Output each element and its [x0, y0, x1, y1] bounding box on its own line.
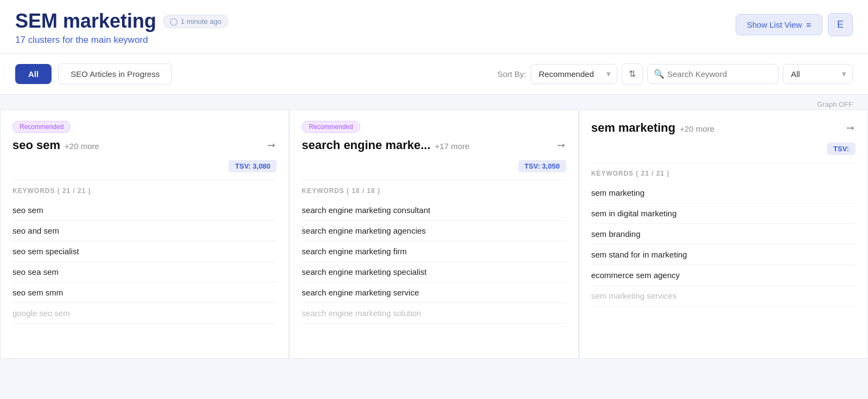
clock-icon: ◯	[170, 17, 178, 25]
header-left: SEM marketing ◯ 1 minute ago 17 clusters…	[15, 10, 228, 46]
sort-order-icon: ⇅	[629, 69, 636, 79]
page-header: SEM marketing ◯ 1 minute ago 17 clusters…	[0, 0, 868, 54]
keywords-list: seo semseo and semseo sem specialistseo …	[12, 200, 277, 324]
graph-off-row: Graph OFF	[0, 95, 868, 110]
keyword-item: seo and sem	[12, 221, 277, 241]
keyword-item: search engine marketing firm	[302, 241, 566, 262]
keyword-item: sem marketing	[591, 183, 856, 203]
show-list-view-button[interactable]: Show List View ≡	[736, 14, 822, 35]
keyword-item: sem stand for in marketing	[591, 244, 856, 265]
header-right: Show List View ≡ E	[736, 13, 853, 36]
card-title-more: +17 more	[435, 141, 470, 151]
card-title-more: +20 more	[65, 141, 99, 151]
expand-icon[interactable]: ➙	[556, 138, 566, 152]
tsv-badge: TSV: 3,050	[518, 160, 566, 172]
keyword-item: ecommerce sem agency	[591, 265, 856, 286]
card-title-row: sem marketing +20 more ➙	[591, 121, 856, 135]
extra-button-label: E	[837, 19, 844, 30]
extra-button[interactable]: E	[828, 13, 853, 36]
keywords-label: KEYWORDS ( 18 / 18 )	[302, 180, 566, 195]
card-title: seo sem +20 more	[12, 138, 99, 152]
keyword-item: sem marketing services	[591, 286, 856, 306]
list-icon: ≡	[806, 20, 811, 29]
card-title-text: seo sem	[12, 138, 60, 152]
keywords-list: sem marketingsem in digital marketingsem…	[591, 183, 856, 306]
show-list-view-label: Show List View	[747, 20, 802, 29]
sort-group: Sort By: Recommended Alphabetical TSV Ne…	[497, 63, 853, 85]
tsv-badge: TSV: 3,080	[228, 160, 277, 172]
cluster-card-0: Recommended seo sem +20 more ➙ TSV: 3,08…	[0, 110, 289, 359]
tab-seo-articles-button[interactable]: SEO Articles in Progress	[58, 63, 172, 85]
tab-all-button[interactable]: All	[15, 64, 52, 84]
keyword-item: search engine marketing solution	[302, 303, 566, 324]
card-title-row: seo sem +20 more ➙	[12, 138, 277, 152]
keywords-label: KEYWORDS ( 21 / 21 )	[12, 180, 277, 195]
keyword-item: search engine marketing specialist	[302, 262, 566, 282]
card-title-more: +20 more	[680, 124, 714, 133]
timestamp-text: 1 minute ago	[181, 17, 221, 25]
title-text: SEM marketing	[15, 10, 156, 33]
keyword-item: sem in digital marketing	[591, 203, 856, 224]
keywords-label: KEYWORDS ( 21 / 21 )	[591, 163, 856, 177]
sort-order-button[interactable]: ⇅	[622, 63, 643, 85]
keyword-item: search engine marketing consultant	[302, 200, 566, 221]
keyword-item: seo sea sem	[12, 262, 277, 282]
toolbar: All SEO Articles in Progress Sort By: Re…	[0, 54, 868, 95]
filter-select-wrap: All Done In Progress Not Started ▼	[783, 64, 853, 84]
expand-icon[interactable]: ➙	[266, 138, 277, 152]
keyword-item: sem branding	[591, 224, 856, 244]
card-title-text: sem marketing	[591, 121, 675, 135]
search-wrap: 🔍	[647, 64, 778, 84]
subtitle: 17 clusters for the main keyword	[15, 35, 228, 46]
sort-label: Sort By:	[497, 69, 526, 79]
keyword-item: search engine marketing service	[302, 282, 566, 303]
keyword-item: seo sem smm	[12, 282, 277, 303]
card-title: sem marketing +20 more	[591, 121, 714, 135]
keyword-item: seo sem	[12, 200, 277, 221]
page-title: SEM marketing ◯ 1 minute ago	[15, 10, 228, 33]
card-title: search engine marke... +17 more	[302, 138, 469, 152]
search-input[interactable]	[647, 64, 778, 84]
cards-container: Recommended seo sem +20 more ➙ TSV: 3,08…	[0, 110, 868, 359]
recommended-badge: Recommended	[302, 121, 360, 133]
sort-select[interactable]: Recommended Alphabetical TSV Newest	[531, 64, 617, 84]
recommended-badge: Recommended	[12, 121, 71, 133]
filter-select[interactable]: All Done In Progress Not Started	[783, 64, 853, 84]
cluster-card-2: sem marketing +20 more ➙ TSV: KEYWORDS (…	[579, 110, 868, 359]
keyword-item: google seo sem	[12, 303, 277, 324]
tsv-badge: TSV:	[827, 143, 856, 155]
cluster-card-1: Recommended search engine marke... +17 m…	[289, 110, 578, 359]
sort-select-wrap: Recommended Alphabetical TSV Newest ▼	[531, 64, 617, 84]
timestamp-badge: ◯ 1 minute ago	[163, 15, 228, 28]
graph-off-label: Graph OFF	[817, 100, 853, 108]
keyword-item: search engine marketing agencies	[302, 221, 566, 241]
expand-icon[interactable]: ➙	[845, 121, 856, 135]
keyword-item: seo sem specialist	[12, 241, 277, 262]
card-title-row: search engine marke... +17 more ➙	[302, 138, 566, 152]
keywords-list: search engine marketing consultantsearch…	[302, 200, 566, 324]
card-title-text: search engine marke...	[302, 138, 430, 152]
